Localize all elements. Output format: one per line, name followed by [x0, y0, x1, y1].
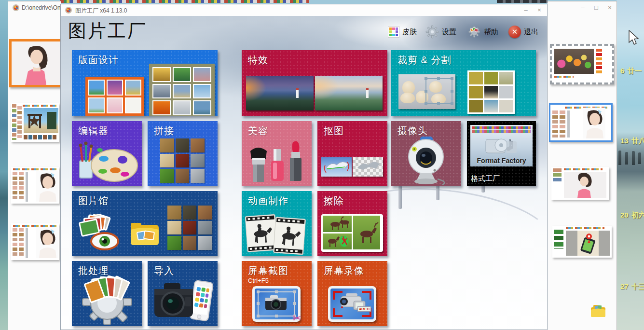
- photo-thumbnail-editor-beach[interactable]: [11, 103, 59, 142]
- makeup-icon: [247, 135, 307, 185]
- photo-thumbnail-editor-phone-map[interactable]: [552, 226, 612, 258]
- tile-cutout[interactable]: 抠图: [317, 121, 387, 186]
- help-button[interactable]: 帮助: [467, 25, 498, 39]
- mini-toolbar: [23, 105, 56, 107]
- mini-sidebar: [13, 172, 17, 201]
- bg-minimize-button[interactable]: –: [577, 3, 588, 12]
- settings-button[interactable]: 设置: [425, 25, 456, 39]
- mini-portrait: [36, 171, 58, 202]
- breakwater-post: [638, 152, 641, 164]
- mini-tool-icons: [554, 230, 563, 249]
- calendar-day: 6: [620, 67, 624, 75]
- calendar-lunar: 廿八: [631, 137, 644, 145]
- mini-sidebar: [19, 228, 24, 257]
- tile-label: 版面设计: [78, 54, 119, 67]
- tile-format-factory[interactable]: Format Factory 格式工厂: [467, 121, 536, 186]
- mini-sidebar: [560, 110, 565, 138]
- background-window-path-title: D:\onedrive\OneD: [22, 4, 60, 11]
- exit-button-label: 退出: [524, 28, 538, 37]
- rec-label: ●REC: [357, 306, 371, 312]
- app-titlebar: 图片工厂 x64 1.13.0 – ×: [61, 4, 547, 16]
- camera-glyph: [264, 295, 288, 311]
- calendar-entry: 6廿一: [620, 67, 642, 76]
- tile-label: 动画制作: [248, 194, 288, 207]
- app-close-button[interactable]: ×: [534, 6, 545, 14]
- tile-gallery[interactable]: 图片馆: [72, 191, 218, 256]
- format-factory-cd: [485, 136, 519, 156]
- screenshot-icon: ✂: [252, 286, 301, 322]
- tile-label: 格式工厂: [471, 174, 500, 183]
- photo-thumbnail-editor-portrait[interactable]: [551, 167, 609, 200]
- format-factory-wordmark: Format Factory: [470, 157, 533, 165]
- photo-thumbnail-selected[interactable]: [9, 39, 63, 87]
- tile-label: 摄像头: [397, 124, 428, 138]
- mini-sidebar: [19, 172, 24, 201]
- phone-map-pin: [577, 231, 599, 256]
- skin-button[interactable]: 皮肤: [388, 25, 417, 39]
- breakwater-post: [632, 151, 635, 165]
- tile-effects[interactable]: 特效: [242, 50, 387, 116]
- sky-post-decoration: [436, 184, 439, 200]
- exit-red-x-icon: ✕: [508, 26, 521, 38]
- arrow-pointer-cursor: [628, 30, 640, 46]
- mini-scrollbar: [26, 228, 28, 258]
- tile-webcam[interactable]: 摄像头: [391, 121, 461, 186]
- tile-label: 图片馆: [78, 194, 109, 207]
- animal-mosaic-icon: [160, 138, 205, 183]
- cutout-before: [321, 157, 352, 177]
- app-window-title: 图片工厂 x64 1.13.0: [75, 7, 127, 15]
- tile-label: 批处理: [78, 264, 109, 277]
- starfish-chair: [24, 108, 58, 133]
- sky-post-decoration: [398, 186, 402, 209]
- tile-screen-record[interactable]: 屏幕录像 ●REC: [317, 261, 387, 326]
- screen-record-icon: ●REC: [328, 286, 376, 322]
- mini-map-photo: [577, 231, 599, 256]
- mini-tool-panel: [596, 49, 602, 74]
- app-minimize-button[interactable]: –: [520, 6, 532, 14]
- crop-selection-box: [425, 78, 452, 104]
- yellow-folder-icon[interactable]: [589, 302, 607, 320]
- tile-erase[interactable]: 擦除: [317, 191, 387, 256]
- mini-statusbar: [554, 76, 574, 78]
- portrait-pink-image: [12, 41, 60, 85]
- mini-portrait-pink: [564, 172, 606, 198]
- calendar-lunar: 十三: [631, 282, 644, 290]
- photo-thumbnail-blue-selected[interactable]: [549, 103, 613, 142]
- mini-portrait: [580, 108, 608, 138]
- mini-toolbar: [566, 227, 604, 229]
- photo-thumbnail-beauty-editor[interactable]: [11, 167, 59, 204]
- tile-label: 屏幕录像: [324, 264, 364, 277]
- mini-toolbar: [13, 225, 56, 227]
- skin-button-label: 皮肤: [402, 28, 417, 37]
- bg-close-button[interactable]: ×: [604, 3, 615, 12]
- tile-layout-design[interactable]: 版面设计: [72, 50, 218, 116]
- background-window-left: D:\onedrive\OneD: [8, 1, 61, 330]
- tile-editor[interactable]: 编辑器: [72, 121, 142, 186]
- photo-thumbnail-marching-ants[interactable]: [550, 44, 614, 84]
- app-content: 图片工厂 皮肤: [61, 16, 547, 330]
- tile-batch[interactable]: 批处理: [72, 261, 142, 326]
- tile-import[interactable]: 导入: [148, 261, 218, 326]
- mini-sidebar: [12, 104, 16, 140]
- collage-orange-icon: [85, 77, 144, 116]
- mini-toolbar: [13, 168, 56, 170]
- photo-thumbnail-beauty-editor[interactable]: [11, 223, 59, 260]
- background-window-right: – □ ×: [548, 1, 617, 330]
- exit-button[interactable]: ✕ 退出: [508, 25, 538, 39]
- breakwater-post: [618, 151, 621, 165]
- calendar-day: 27: [620, 282, 629, 290]
- mini-toys-photo: [554, 49, 594, 74]
- tile-animation[interactable]: 动画制作: [242, 191, 312, 256]
- webcam-icon: [396, 133, 456, 186]
- tile-beauty[interactable]: 美容: [242, 121, 312, 186]
- tile-label: 拼接: [154, 124, 174, 138]
- bg-maximize-button[interactable]: □: [591, 3, 602, 12]
- tile-stitch[interactable]: 拼接: [148, 121, 218, 186]
- tile-label: 擦除: [324, 194, 344, 207]
- tile-label: 裁剪 & 分割: [397, 54, 451, 67]
- tile-screenshot[interactable]: 屏幕截图 Ctrl+F5: [242, 261, 312, 326]
- app-window: 图片工厂 x64 1.13.0 – × 图片工厂 皮肤: [60, 4, 548, 330]
- tile-crop-split[interactable]: 裁剪 & 分割: [391, 50, 536, 116]
- effect-after-photo: [315, 76, 383, 110]
- screen: { "desktop": { "cursor_icon": "arrow-poi…: [0, 0, 644, 330]
